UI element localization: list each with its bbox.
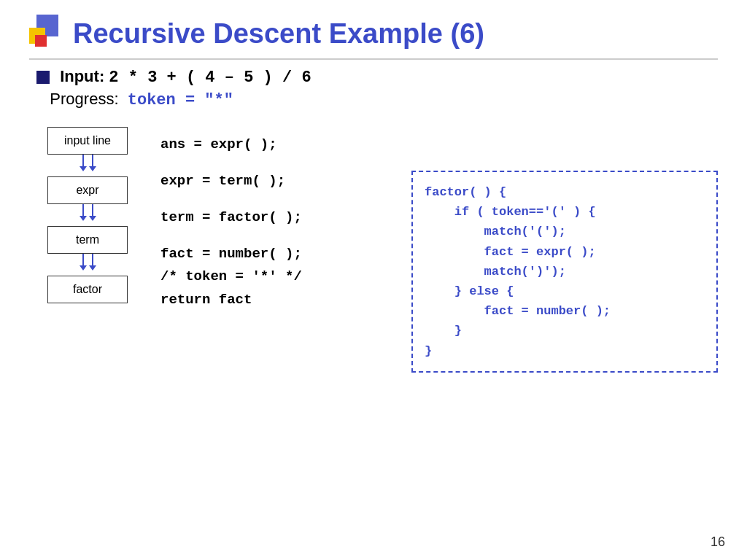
arrow-2-left <box>80 204 87 221</box>
stack-box-input-line: input line <box>47 127 128 155</box>
factor-function-box: factor( ) { if ( token=='(' ) { match('(… <box>411 171 718 373</box>
arrow-2-right <box>89 204 96 221</box>
logo <box>29 15 64 52</box>
slide: Recursive Descent Example (6) Input: 2 *… <box>0 0 747 560</box>
header: Recursive Descent Example (6) <box>29 15 718 60</box>
progress-line: Progress: token = "*" <box>36 90 718 109</box>
logo-red-rect <box>35 35 47 47</box>
arrow-1-right <box>89 155 96 171</box>
page-number: 16 <box>711 534 725 550</box>
stack-box-term: term <box>47 226 128 254</box>
arrow-1-left <box>80 155 87 171</box>
progress-label: Progress: <box>50 90 118 108</box>
code-lines-section: ans = expr( ); expr = term( ); term = fa… <box>160 127 397 373</box>
arrow-1 <box>80 155 96 176</box>
arrow-2 <box>80 204 96 226</box>
code-line-6: return fact <box>160 292 397 308</box>
code-line-2: expr = term( ); <box>160 174 397 190</box>
code-line-5: /* token = '*' */ <box>160 269 397 285</box>
arrow-3 <box>80 254 96 276</box>
arrow-3-right <box>89 254 96 271</box>
input-line: Input: 2 * 3 + ( 4 – 5 ) / 6 <box>36 67 718 87</box>
progress-code: token = "*" <box>128 91 233 109</box>
input-bullet <box>36 71 50 84</box>
stack-box-factor: factor <box>47 276 128 303</box>
input-label: Input: <box>60 67 104 85</box>
slide-title: Recursive Descent Example (6) <box>73 18 484 50</box>
code-line-4: fact = number( ); <box>160 246 397 262</box>
code-line-3: term = factor( ); <box>160 210 397 226</box>
main-content: input line expr <box>29 127 718 373</box>
call-stack-diagram: input line expr <box>29 127 146 373</box>
arrow-3-left <box>80 254 87 271</box>
stack-box-expr: expr <box>47 176 128 204</box>
factor-code-content: factor( ) { if ( token=='(' ) { match('(… <box>425 182 705 361</box>
code-line-1: ans = expr( ); <box>160 137 397 153</box>
input-expression: 2 * 3 + ( 4 – 5 ) / 6 <box>109 69 311 87</box>
